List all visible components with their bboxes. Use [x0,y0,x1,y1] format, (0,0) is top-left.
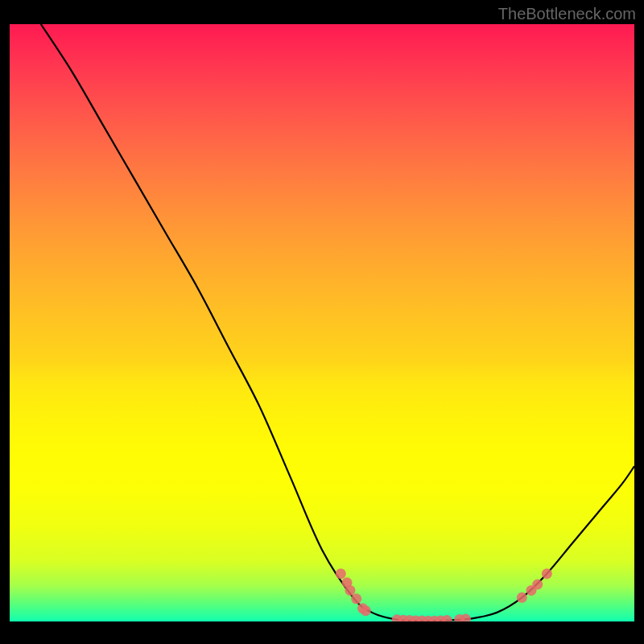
marker-dot [336,568,346,579]
marker-dot [542,568,552,579]
marker-dot [442,615,452,621]
marker-dot [517,592,527,603]
marker-dot [361,605,371,616]
chart-container [10,24,634,634]
plot-area [10,24,634,621]
marker-dot [351,593,361,604]
marker-dots [336,568,552,621]
chart-svg [10,24,634,621]
curve-line [41,24,634,621]
marker-dot [532,579,543,589]
watermark-text: TheBottleneck.com [498,5,636,23]
marker-dot [345,585,355,596]
